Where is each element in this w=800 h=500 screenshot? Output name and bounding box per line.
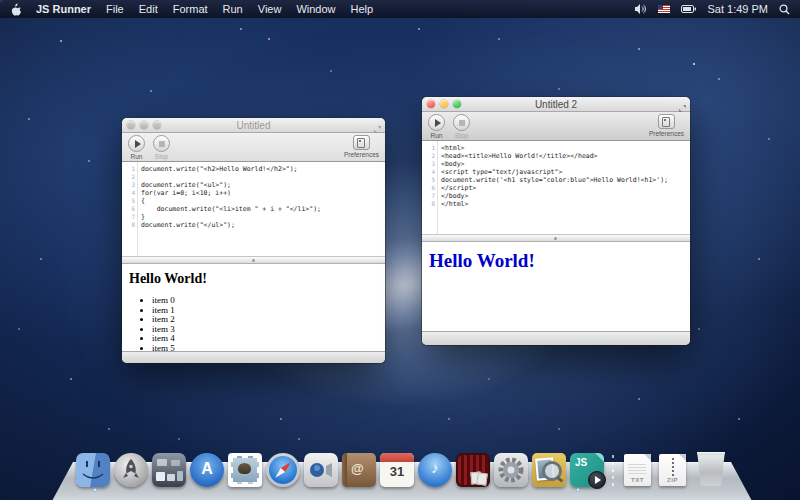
menu-item[interactable]: File: [106, 3, 124, 15]
mail-icon[interactable]: [228, 453, 262, 487]
line-number: 2: [122, 173, 135, 181]
code-line: document.write("<li>item " + i + "</li>"…: [141, 205, 385, 213]
menu-item[interactable]: Help: [351, 3, 374, 15]
run-button[interactable]: [428, 114, 445, 131]
preferences-button[interactable]: [658, 114, 675, 129]
app-store-letter: A: [190, 460, 224, 478]
code-editor: 12345678 <html><head><title>Hello World!…: [422, 141, 690, 234]
menu-item[interactable]: View: [258, 3, 282, 15]
system-preferences-icon[interactable]: [494, 453, 528, 487]
play-icon: [135, 140, 141, 148]
title-bar[interactable]: Untitled: [122, 118, 385, 133]
line-number: 1: [122, 165, 135, 173]
window-bottom-bar: [422, 331, 690, 345]
line-number: 1: [422, 144, 435, 152]
dock-separator: [608, 451, 618, 489]
txt-document-icon[interactable]: TXT: [624, 454, 651, 486]
finder-icon[interactable]: [76, 453, 110, 487]
safari-icon[interactable]: [266, 453, 300, 487]
run-label: Run: [131, 153, 143, 160]
zip-label: ZIP: [659, 477, 686, 483]
line-number: 2: [422, 152, 435, 160]
preferences-label: Preferences: [649, 130, 684, 137]
preferences-button[interactable]: [353, 135, 370, 150]
run-label: Run: [431, 132, 443, 139]
title-bar[interactable]: Untitled 2: [422, 97, 690, 112]
contacts-icon[interactable]: @: [342, 453, 376, 487]
code-area[interactable]: document.write("<h2>Hello World!</h2>");…: [138, 162, 385, 256]
output-list-item: item 4: [152, 334, 379, 344]
output-list: item 0item 1item 2item 3item 4item 5: [128, 296, 379, 351]
code-editor: 12345678 document.write("<h2>Hello World…: [122, 162, 385, 256]
text-lines: [628, 462, 646, 474]
trash-icon[interactable]: [696, 452, 726, 486]
magnifier-loupe-icon: [542, 461, 562, 481]
code-line: </script>: [441, 184, 690, 192]
run-button[interactable]: [128, 135, 145, 152]
input-language-flag-icon[interactable]: [658, 5, 670, 13]
preferences-icon: [357, 138, 365, 148]
stop-label: Stop: [155, 153, 168, 160]
ical-icon[interactable]: 31: [380, 453, 414, 487]
mission-control-icon[interactable]: [152, 453, 186, 487]
spotlight-search-icon[interactable]: [779, 4, 790, 15]
line-number: 8: [122, 221, 135, 229]
line-number: 3: [422, 160, 435, 168]
output-list-item: item 5: [152, 344, 379, 352]
code-line: document.write("<ul>");: [141, 181, 385, 189]
stop-button[interactable]: [153, 135, 170, 152]
menu-item[interactable]: Format: [173, 3, 208, 15]
line-number: 5: [422, 176, 435, 184]
window-title: Untitled 2: [422, 99, 690, 110]
code-area[interactable]: <html><head><title>Hello World!</title><…: [438, 141, 690, 234]
volume-icon[interactable]: [635, 4, 647, 14]
code-line: for(var i=0; i<10; i++): [141, 189, 385, 197]
play-badge-icon: [588, 471, 606, 489]
splitter-handle[interactable]: [122, 256, 385, 264]
js-runner-dock-icon[interactable]: JS: [570, 453, 604, 487]
fullscreen-icon[interactable]: [373, 120, 382, 129]
apple-menu-icon[interactable]: [10, 3, 21, 16]
output-list-item: item 3: [152, 325, 379, 335]
preview-icon[interactable]: [532, 453, 566, 487]
code-line: }: [141, 213, 385, 221]
toolbar: Run Stop Preferences: [122, 133, 385, 162]
window-untitled-2: Untitled 2 Run Stop Preferences 12345678…: [422, 97, 690, 345]
code-line: document.write("<h2>Hello World!</h2>");: [141, 165, 385, 173]
code-line: document.write('<h1 style="color:blue">H…: [441, 176, 690, 184]
line-number-gutter: 12345678: [422, 141, 438, 234]
window-untitled: Untitled Run Stop Preferences 12345678 d…: [122, 118, 385, 363]
code-line: </html>: [441, 200, 690, 208]
app-store-icon[interactable]: A: [190, 453, 224, 487]
js-label: JS: [575, 457, 587, 468]
stop-label: Stop: [455, 132, 468, 139]
code-line: <body>: [441, 160, 690, 168]
facetime-icon[interactable]: [304, 453, 338, 487]
red-star: [268, 38, 270, 40]
menu-item[interactable]: Run: [223, 3, 243, 15]
code-line: <script type="text/javascript">: [441, 168, 690, 176]
menu-item[interactable]: Window: [296, 3, 335, 15]
line-number: 6: [122, 205, 135, 213]
fullscreen-icon[interactable]: [678, 99, 687, 108]
menubar-clock[interactable]: Sat 1:49 PM: [707, 3, 768, 15]
splitter-handle[interactable]: [422, 234, 690, 242]
line-number: 4: [422, 168, 435, 176]
photo-booth-icon[interactable]: [456, 453, 490, 487]
output-pane: Hello World! item 0item 1item 2item 3ite…: [122, 264, 385, 351]
code-line: [141, 173, 385, 181]
code-line: {: [141, 197, 385, 205]
output-pane: Hello World!: [422, 242, 690, 331]
stop-button[interactable]: [453, 114, 470, 131]
dock: A @ 31 ♪ JS TXT ZIP: [74, 451, 728, 491]
menu-item[interactable]: JS Runner: [36, 3, 91, 15]
zip-document-icon[interactable]: ZIP: [659, 454, 686, 486]
menu-item[interactable]: Edit: [139, 3, 158, 15]
stamp-eagle: [238, 463, 251, 474]
line-number: 3: [122, 181, 135, 189]
launchpad-icon[interactable]: [114, 453, 148, 487]
calendar-header: [380, 453, 414, 462]
itunes-icon[interactable]: ♪: [418, 453, 452, 487]
line-number: 6: [422, 184, 435, 192]
battery-icon[interactable]: [681, 5, 696, 13]
